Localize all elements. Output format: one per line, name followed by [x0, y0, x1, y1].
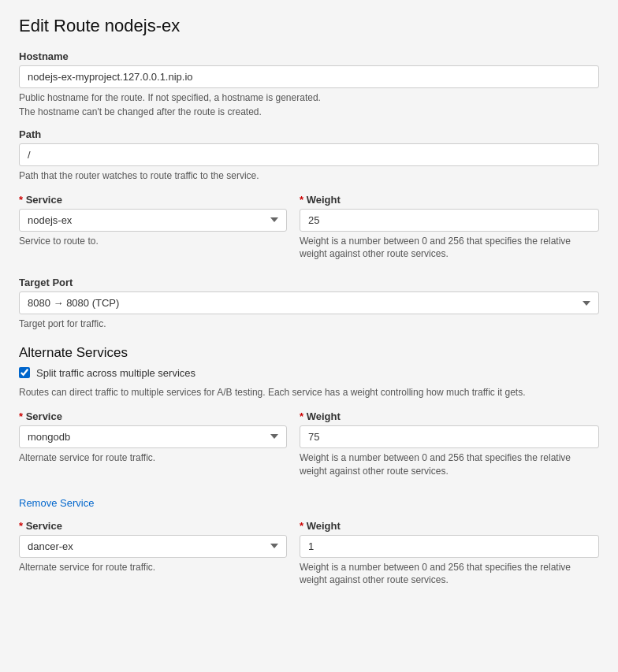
alternate-services-title: Alternate Services	[19, 345, 599, 361]
alt-weight2-input[interactable]	[300, 535, 599, 558]
target-port-hint: Target port for traffic.	[19, 317, 599, 331]
target-port-select[interactable]: 8080 → 8080 (TCP)	[19, 291, 599, 314]
page-title: Edit Route nodejs-ex	[19, 16, 599, 36]
alt-weight1-label: Weight	[300, 410, 599, 422]
split-traffic-checkbox[interactable]	[19, 367, 30, 378]
hostname-input[interactable]	[19, 65, 599, 88]
alt-weight2-label: Weight	[300, 520, 599, 532]
alt-weight2-col: Weight Weight is a number between 0 and …	[300, 520, 599, 599]
alt-service1-hint: Alternate service for route traffic.	[19, 451, 287, 465]
split-traffic-row: Split traffic across multiple services	[19, 367, 599, 379]
alt-weight1-hint: Weight is a number between 0 and 256 tha…	[300, 451, 599, 478]
hostname-hint1: Public hostname for the route. If not sp…	[19, 91, 599, 105]
remove-service-link[interactable]: Remove Service	[19, 497, 94, 509]
primary-weight-label: Weight	[300, 194, 599, 206]
primary-service-hint: Service to route to.	[19, 235, 287, 248]
hostname-hint2: The hostname can't be changed after the …	[19, 106, 599, 117]
path-group: Path Path that the router watches to rou…	[19, 128, 599, 183]
alternate-services-description: Routes can direct traffic to multiple se…	[19, 385, 599, 399]
alt-weight2-group: Weight Weight is a number between 0 and …	[300, 520, 599, 588]
path-input[interactable]	[19, 143, 599, 166]
alt-service1-col: Service mongodb Alternate service for ro…	[19, 410, 287, 489]
primary-service-group: Service nodejs-ex Service to route to.	[19, 194, 287, 248]
alt-weight1-group: Weight Weight is a number between 0 and …	[300, 410, 599, 478]
primary-weight-hint: Weight is a number between 0 and 256 tha…	[300, 235, 599, 262]
alt-service1-row: Service mongodb Alternate service for ro…	[19, 410, 599, 489]
alt-service2-select[interactable]: dancer-ex	[19, 535, 287, 558]
alt-service2-col: Service dancer-ex Alternate service for …	[19, 520, 287, 599]
hostname-label: Hostname	[19, 50, 599, 62]
split-traffic-label[interactable]: Split traffic across multiple services	[36, 367, 195, 379]
alt-weight2-hint: Weight is a number between 0 and 256 tha…	[300, 561, 599, 588]
primary-weight-group: Weight Weight is a number between 0 and …	[300, 194, 599, 262]
target-port-label: Target Port	[19, 277, 599, 288]
alt-service1-label: Service	[19, 410, 287, 422]
target-port-group: Target Port 8080 → 8080 (TCP) Target por…	[19, 277, 599, 331]
path-hint: Path that the router watches to route tr…	[19, 169, 599, 183]
alt-weight1-col: Weight Weight is a number between 0 and …	[300, 410, 599, 489]
primary-weight-input[interactable]	[300, 209, 599, 232]
alt-service1-group: Service mongodb Alternate service for ro…	[19, 410, 287, 465]
alt-service2-row: Service dancer-ex Alternate service for …	[19, 520, 599, 599]
primary-service-select[interactable]: nodejs-ex	[19, 209, 287, 232]
alt-service2-label: Service	[19, 520, 287, 532]
alt-service2-hint: Alternate service for route traffic.	[19, 561, 287, 574]
primary-service-label: Service	[19, 194, 287, 206]
primary-weight-col: Weight Weight is a number between 0 and …	[300, 194, 599, 273]
alt-service1-select[interactable]: mongodb	[19, 425, 287, 448]
primary-service-col: Service nodejs-ex Service to route to.	[19, 194, 287, 273]
alt-service2-group: Service dancer-ex Alternate service for …	[19, 520, 287, 574]
hostname-group: Hostname Public hostname for the route. …	[19, 50, 599, 117]
alt-weight1-input[interactable]	[300, 425, 599, 448]
primary-service-row: Service nodejs-ex Service to route to. W…	[19, 194, 599, 273]
path-label: Path	[19, 128, 599, 140]
